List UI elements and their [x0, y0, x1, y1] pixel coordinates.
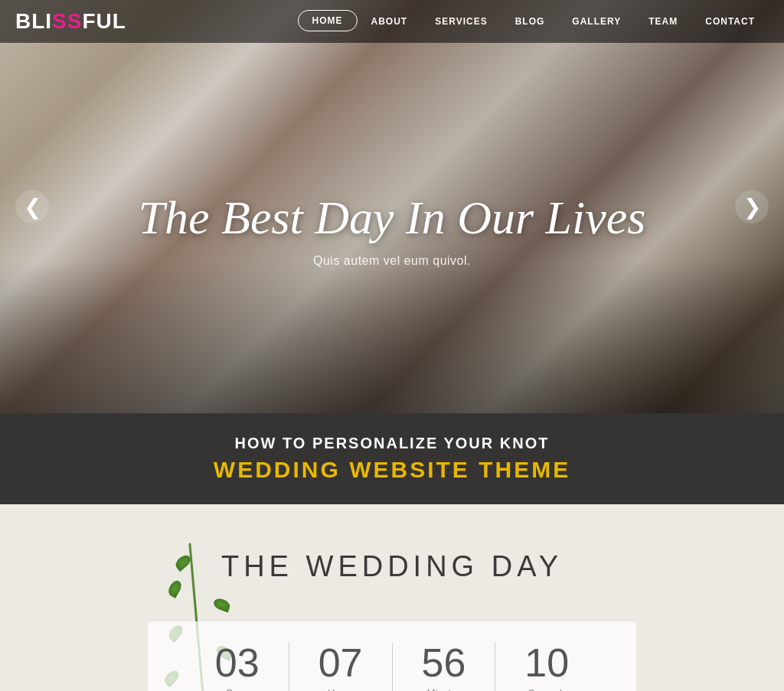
- main-nav: BLISSFUL HOME ABOUT SERVICES BLOG GALLER…: [0, 0, 784, 43]
- nav-item-blog[interactable]: BLOG: [501, 10, 559, 33]
- countdown-minutes-label: Minutes: [422, 687, 466, 691]
- countdown-hours: 07 Hours: [289, 643, 393, 691]
- nav-link-contact[interactable]: CONTACT: [691, 10, 769, 33]
- nav-link-gallery[interactable]: GALLERY: [558, 10, 635, 33]
- promo-band: HOW TO PERSONALIZE YOUR KNOT WEDDING WEB…: [0, 413, 784, 504]
- nav-item-contact[interactable]: CONTACT: [691, 10, 769, 33]
- countdown-seconds-label: Seconds: [524, 687, 569, 691]
- countdown-seconds: 10 Seconds: [495, 643, 598, 691]
- logo-prefix: BLI: [15, 9, 52, 33]
- countdown-box: 03 Days 07 Hours 56 Minutes 10 Seconds: [148, 621, 636, 691]
- promo-line1: HOW TO PERSONALIZE YOUR KNOT: [15, 435, 769, 452]
- ivy-leaf: [212, 597, 231, 613]
- slider-prev-button[interactable]: ❮: [15, 190, 49, 223]
- nav-item-home[interactable]: HOME: [298, 10, 358, 33]
- nav-links: HOME ABOUT SERVICES BLOG GALLERY TEAM CO…: [298, 10, 769, 33]
- nav-link-about[interactable]: ABOUT: [358, 10, 422, 33]
- nav-link-team[interactable]: TEAM: [635, 10, 691, 33]
- logo[interactable]: BLISSFUL: [15, 9, 298, 34]
- nav-link-home[interactable]: HOME: [298, 10, 358, 31]
- nav-item-team[interactable]: TEAM: [635, 10, 691, 33]
- hero-content: The Best Day In Our Lives Quis autem vel…: [139, 191, 646, 268]
- countdown-days-label: Days: [215, 687, 260, 691]
- wedding-day-section: THE WEDDING DAY 03 Days 07 Hours 56 Minu…: [0, 504, 784, 691]
- hero-slider: The Best Day In Our Lives Quis autem vel…: [0, 0, 784, 413]
- promo-line2: WEDDING WEBSITE THEME: [15, 457, 769, 483]
- wedding-day-title: THE WEDDING DAY: [15, 550, 769, 583]
- countdown-minutes-value: 56: [422, 643, 466, 683]
- countdown-days: 03 Days: [186, 643, 289, 691]
- countdown-hours-value: 07: [318, 643, 363, 683]
- hero-overlay: [0, 260, 784, 413]
- slider-next-button[interactable]: ❯: [735, 190, 769, 223]
- nav-link-services[interactable]: SERVICES: [421, 10, 501, 33]
- nav-item-gallery[interactable]: GALLERY: [558, 10, 635, 33]
- countdown-seconds-value: 10: [524, 643, 569, 683]
- hero-title: The Best Day In Our Lives: [139, 191, 646, 243]
- hero-background: The Best Day In Our Lives Quis autem vel…: [0, 0, 784, 413]
- hero-subtitle: Quis autem vel eum quivol.: [139, 254, 646, 268]
- nav-item-about[interactable]: ABOUT: [358, 10, 422, 33]
- countdown-hours-label: Hours: [318, 687, 363, 691]
- nav-link-blog[interactable]: BLOG: [501, 10, 559, 33]
- logo-highlight: SS: [52, 9, 82, 33]
- countdown-days-value: 03: [215, 643, 260, 683]
- nav-item-services[interactable]: SERVICES: [421, 10, 501, 33]
- countdown-minutes: 56 Minutes: [393, 643, 496, 691]
- logo-suffix: FUL: [82, 9, 126, 33]
